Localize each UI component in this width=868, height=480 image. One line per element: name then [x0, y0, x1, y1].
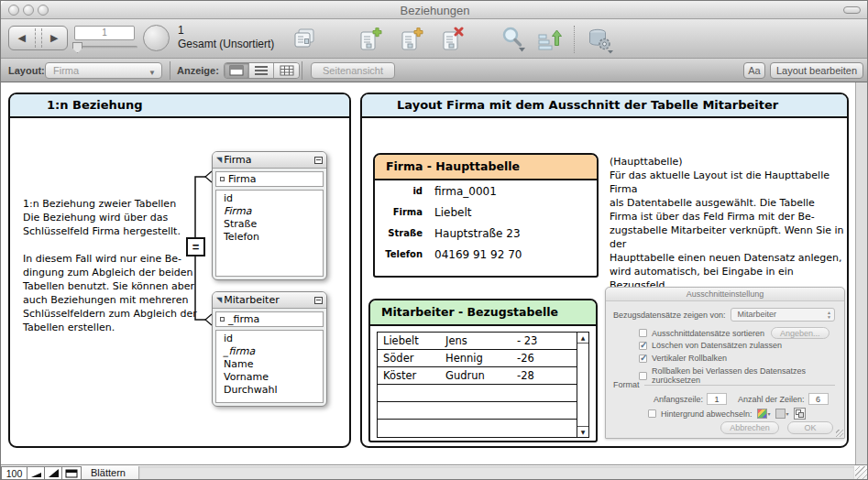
- haupttabelle-box: Firma - Haupttabelle id firma_0001 Firma…: [373, 153, 599, 278]
- current-record-field[interactable]: 1: [74, 26, 135, 40]
- manage-database-icon[interactable]: [588, 27, 615, 54]
- duplicate-record-icon[interactable]: [400, 27, 423, 52]
- field-item[interactable]: Straße: [224, 218, 323, 231]
- firma-field-list: id Firma Straße Telefon: [215, 190, 324, 277]
- view-segmented-control: [224, 62, 300, 79]
- table-row[interactable]: Liebelt Jens - 23: [378, 333, 577, 350]
- portal-table: Liebelt Jens - 23 Söder Hennig -26 Köste…: [377, 332, 589, 438]
- bezugstabelle-title: Mitarbeiter - Bezugstabelle: [370, 300, 596, 326]
- table-row[interactable]: [378, 420, 577, 437]
- fill-color-swatch[interactable]: [757, 409, 767, 419]
- join-operator-box[interactable]: =: [186, 237, 205, 256]
- list-view-button[interactable]: [249, 63, 274, 78]
- table-view-button[interactable]: [274, 63, 299, 78]
- field-item[interactable]: _firma: [224, 345, 323, 358]
- row-count-input[interactable]: 6: [808, 393, 829, 405]
- delete-record-icon[interactable]: [441, 27, 465, 52]
- zoom-out-button[interactable]: [27, 466, 45, 480]
- show-from-popup[interactable]: Mitarbeiter ▲▼: [731, 308, 835, 322]
- layout-popup[interactable]: Firma ▼: [45, 62, 162, 79]
- toolbar-toggle-button[interactable]: [843, 6, 861, 14]
- field-item[interactable]: id: [224, 192, 323, 205]
- alternate-background-checkbox[interactable]: [648, 409, 656, 418]
- found-set-pie-button[interactable]: [143, 25, 170, 51]
- field-value[interactable]: Hauptstraße 23: [434, 227, 521, 240]
- record-slider-track[interactable]: [75, 46, 137, 49]
- mitarbeiter-key-field-name: _firma: [228, 313, 259, 325]
- field-value[interactable]: 04169 91 92 70: [434, 248, 522, 261]
- record-slider-thumb[interactable]: [72, 42, 82, 53]
- horizontal-scrollbar-track[interactable]: [138, 466, 854, 480]
- mitarbeiter-table-name: Mitarbeiter: [224, 294, 314, 306]
- next-record-icon[interactable]: ▶: [42, 32, 68, 44]
- fill-pattern-swatch[interactable]: [775, 409, 786, 419]
- edit-layout-button[interactable]: Layout bearbeiten: [770, 62, 863, 79]
- field-label: Telefon: [375, 249, 423, 259]
- table-row[interactable]: [378, 385, 577, 402]
- cell-name: [378, 420, 445, 437]
- portal-scrollbar[interactable]: ▲ ▼: [577, 333, 588, 437]
- start-row-label: Anfangszeile:: [654, 395, 703, 404]
- stepper-icon: ▲▼: [827, 311, 831, 320]
- bezugstabelle-box: Mitarbeiter - Bezugstabelle Liebelt Jens…: [368, 299, 598, 442]
- scroll-down-icon[interactable]: ▼: [577, 426, 588, 437]
- firma-key-field-name: Firma: [228, 173, 256, 185]
- vertical-scrollbar-track[interactable]: [855, 82, 868, 464]
- field-item[interactable]: Telefon: [224, 231, 323, 244]
- table-row[interactable]: Söder Hennig -26: [378, 350, 577, 367]
- new-record-icon[interactable]: [358, 27, 382, 52]
- cell-vorname: [445, 385, 517, 401]
- status-area-toggle-button[interactable]: [62, 466, 82, 480]
- dialog-resize-grip[interactable]: [836, 430, 843, 437]
- sort-icon[interactable]: [537, 27, 563, 52]
- collapse-table-icon[interactable]: [314, 157, 323, 164]
- layout-example-panel: Layout Firma mit dem Ausschnitt der Tabe…: [360, 93, 849, 448]
- mitarbeiter-key-field[interactable]: _firma: [215, 311, 324, 327]
- table-row[interactable]: [378, 402, 577, 420]
- status-area-icon: [65, 469, 78, 478]
- specify-button[interactable]: Angeben...: [771, 327, 830, 339]
- firma-table-header[interactable]: ◥ Firma: [213, 152, 326, 169]
- field-item[interactable]: id: [224, 333, 323, 345]
- zoom-level-box[interactable]: 100: [1, 466, 27, 480]
- cell-name: Liebelt: [378, 333, 445, 349]
- allow-delete-checkbox[interactable]: ✓: [639, 342, 647, 350]
- previous-record-icon[interactable]: ◀: [9, 32, 35, 44]
- format-button[interactable]: Aa: [743, 62, 765, 79]
- toolbar-separator: [574, 26, 575, 53]
- mitarbeiter-table-header[interactable]: ◥ Mitarbeiter: [213, 292, 326, 309]
- chevron-down-icon: ▼: [148, 66, 156, 81]
- firma-key-field[interactable]: Firma: [215, 171, 324, 187]
- row-count-label: Anzahl der Zeilen:: [738, 395, 805, 404]
- field-value[interactable]: firma_0001: [434, 185, 497, 198]
- show-from-label: Bezugsdatensätze zeigen von:: [613, 311, 726, 320]
- ok-button[interactable]: OK: [787, 421, 833, 434]
- show-all-records-icon[interactable]: [292, 27, 317, 51]
- firma-table-diagram[interactable]: ◥ Firma Firma id Firma Straße Telefon: [212, 151, 327, 280]
- field-value[interactable]: Liebelt: [434, 206, 471, 219]
- copy-style-button[interactable]: [794, 408, 806, 420]
- zoom-in-button[interactable]: [45, 466, 62, 480]
- haupttabelle-description: (Haupttabelle) Für das aktuelle Layout i…: [610, 155, 846, 306]
- start-row-input[interactable]: 1: [707, 393, 727, 405]
- field-item[interactable]: Name: [224, 358, 323, 371]
- window-resize-grip[interactable]: [855, 466, 868, 480]
- field-item[interactable]: Firma: [224, 205, 323, 218]
- preview-button[interactable]: Seitenansicht: [311, 62, 395, 79]
- vertical-scrollbar-checkbox[interactable]: ✓: [639, 355, 647, 363]
- reset-scrollbar-checkbox[interactable]: [639, 372, 647, 380]
- mode-popup[interactable]: Blättern: [91, 467, 126, 478]
- sort-checkbox[interactable]: [639, 329, 647, 337]
- table-row[interactable]: Köster Gudrun -28: [378, 367, 577, 385]
- cancel-button[interactable]: Abbrechen: [720, 421, 779, 434]
- field-item[interactable]: Durchwahl: [224, 384, 323, 397]
- scroll-up-icon[interactable]: ▲: [577, 333, 588, 344]
- field-label: Straße: [375, 228, 423, 238]
- mitarbeiter-table-diagram[interactable]: ◥ Mitarbeiter _firma id _firma Name Vorn…: [212, 291, 327, 407]
- table-view-icon: [280, 65, 294, 76]
- collapse-table-icon[interactable]: [314, 297, 323, 304]
- form-view-button[interactable]: [225, 63, 249, 78]
- field-item[interactable]: Vorname: [224, 371, 323, 384]
- record-navigation-book[interactable]: ◀ ▶: [8, 26, 68, 50]
- find-icon[interactable]: [501, 27, 526, 52]
